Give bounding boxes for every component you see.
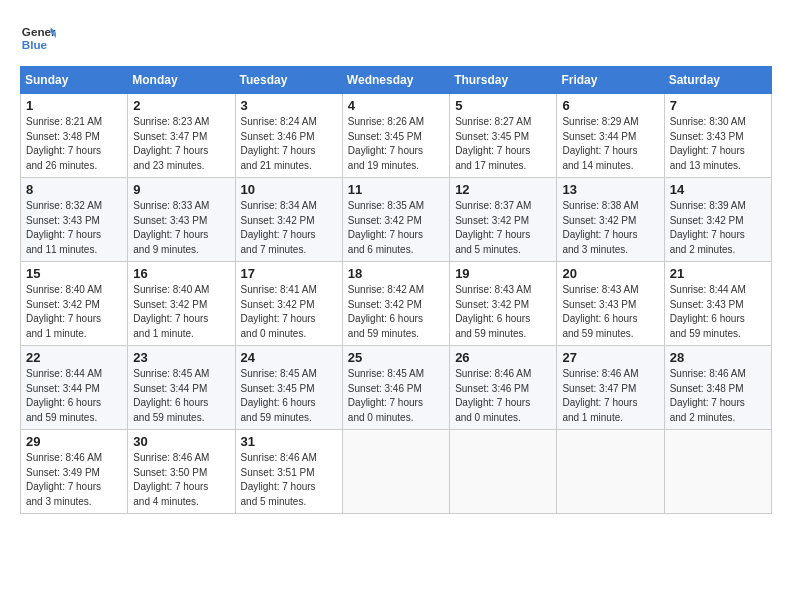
day-detail: Sunrise: 8:42 AM Sunset: 3:42 PM Dayligh… — [348, 283, 444, 341]
day-number: 7 — [670, 98, 766, 113]
weekday-header-sunday: Sunday — [21, 67, 128, 94]
day-detail: Sunrise: 8:24 AM Sunset: 3:46 PM Dayligh… — [241, 115, 337, 173]
calendar-day-cell: 5Sunrise: 8:27 AM Sunset: 3:45 PM Daylig… — [450, 94, 557, 178]
day-number: 20 — [562, 266, 658, 281]
calendar-day-cell: 1Sunrise: 8:21 AM Sunset: 3:48 PM Daylig… — [21, 94, 128, 178]
day-number: 22 — [26, 350, 122, 365]
calendar-day-cell: 10Sunrise: 8:34 AM Sunset: 3:42 PM Dayli… — [235, 178, 342, 262]
day-detail: Sunrise: 8:27 AM Sunset: 3:45 PM Dayligh… — [455, 115, 551, 173]
day-number: 10 — [241, 182, 337, 197]
day-number: 1 — [26, 98, 122, 113]
day-detail: Sunrise: 8:21 AM Sunset: 3:48 PM Dayligh… — [26, 115, 122, 173]
day-detail: Sunrise: 8:40 AM Sunset: 3:42 PM Dayligh… — [26, 283, 122, 341]
calendar-day-cell: 3Sunrise: 8:24 AM Sunset: 3:46 PM Daylig… — [235, 94, 342, 178]
day-detail: Sunrise: 8:23 AM Sunset: 3:47 PM Dayligh… — [133, 115, 229, 173]
day-number: 5 — [455, 98, 551, 113]
weekday-header-friday: Friday — [557, 67, 664, 94]
day-number: 8 — [26, 182, 122, 197]
empty-cell — [342, 430, 449, 514]
calendar-day-cell: 14Sunrise: 8:39 AM Sunset: 3:42 PM Dayli… — [664, 178, 771, 262]
weekday-header-monday: Monday — [128, 67, 235, 94]
day-number: 11 — [348, 182, 444, 197]
weekday-header-thursday: Thursday — [450, 67, 557, 94]
calendar-day-cell: 13Sunrise: 8:38 AM Sunset: 3:42 PM Dayli… — [557, 178, 664, 262]
day-number: 12 — [455, 182, 551, 197]
calendar-header-row: SundayMondayTuesdayWednesdayThursdayFrid… — [21, 67, 772, 94]
calendar-day-cell: 27Sunrise: 8:46 AM Sunset: 3:47 PM Dayli… — [557, 346, 664, 430]
day-number: 4 — [348, 98, 444, 113]
empty-cell — [557, 430, 664, 514]
day-detail: Sunrise: 8:45 AM Sunset: 3:45 PM Dayligh… — [241, 367, 337, 425]
day-detail: Sunrise: 8:40 AM Sunset: 3:42 PM Dayligh… — [133, 283, 229, 341]
day-number: 18 — [348, 266, 444, 281]
day-detail: Sunrise: 8:32 AM Sunset: 3:43 PM Dayligh… — [26, 199, 122, 257]
day-number: 6 — [562, 98, 658, 113]
calendar-day-cell: 31Sunrise: 8:46 AM Sunset: 3:51 PM Dayli… — [235, 430, 342, 514]
day-number: 26 — [455, 350, 551, 365]
calendar-day-cell: 24Sunrise: 8:45 AM Sunset: 3:45 PM Dayli… — [235, 346, 342, 430]
day-detail: Sunrise: 8:45 AM Sunset: 3:46 PM Dayligh… — [348, 367, 444, 425]
weekday-header-saturday: Saturday — [664, 67, 771, 94]
day-detail: Sunrise: 8:39 AM Sunset: 3:42 PM Dayligh… — [670, 199, 766, 257]
calendar-day-cell: 18Sunrise: 8:42 AM Sunset: 3:42 PM Dayli… — [342, 262, 449, 346]
calendar-day-cell: 6Sunrise: 8:29 AM Sunset: 3:44 PM Daylig… — [557, 94, 664, 178]
day-number: 16 — [133, 266, 229, 281]
calendar-week-row: 1Sunrise: 8:21 AM Sunset: 3:48 PM Daylig… — [21, 94, 772, 178]
calendar-day-cell: 11Sunrise: 8:35 AM Sunset: 3:42 PM Dayli… — [342, 178, 449, 262]
calendar-week-row: 15Sunrise: 8:40 AM Sunset: 3:42 PM Dayli… — [21, 262, 772, 346]
page-header: General Blue — [20, 20, 772, 56]
calendar-day-cell: 21Sunrise: 8:44 AM Sunset: 3:43 PM Dayli… — [664, 262, 771, 346]
calendar-day-cell: 17Sunrise: 8:41 AM Sunset: 3:42 PM Dayli… — [235, 262, 342, 346]
calendar-day-cell: 12Sunrise: 8:37 AM Sunset: 3:42 PM Dayli… — [450, 178, 557, 262]
weekday-header-tuesday: Tuesday — [235, 67, 342, 94]
calendar-day-cell: 20Sunrise: 8:43 AM Sunset: 3:43 PM Dayli… — [557, 262, 664, 346]
calendar-day-cell: 23Sunrise: 8:45 AM Sunset: 3:44 PM Dayli… — [128, 346, 235, 430]
weekday-header-wednesday: Wednesday — [342, 67, 449, 94]
day-number: 23 — [133, 350, 229, 365]
empty-cell — [664, 430, 771, 514]
day-number: 21 — [670, 266, 766, 281]
calendar-day-cell: 8Sunrise: 8:32 AM Sunset: 3:43 PM Daylig… — [21, 178, 128, 262]
day-detail: Sunrise: 8:46 AM Sunset: 3:46 PM Dayligh… — [455, 367, 551, 425]
calendar-day-cell: 25Sunrise: 8:45 AM Sunset: 3:46 PM Dayli… — [342, 346, 449, 430]
day-number: 24 — [241, 350, 337, 365]
calendar-week-row: 29Sunrise: 8:46 AM Sunset: 3:49 PM Dayli… — [21, 430, 772, 514]
day-detail: Sunrise: 8:35 AM Sunset: 3:42 PM Dayligh… — [348, 199, 444, 257]
day-detail: Sunrise: 8:26 AM Sunset: 3:45 PM Dayligh… — [348, 115, 444, 173]
day-number: 9 — [133, 182, 229, 197]
day-detail: Sunrise: 8:38 AM Sunset: 3:42 PM Dayligh… — [562, 199, 658, 257]
day-detail: Sunrise: 8:30 AM Sunset: 3:43 PM Dayligh… — [670, 115, 766, 173]
calendar-table: SundayMondayTuesdayWednesdayThursdayFrid… — [20, 66, 772, 514]
day-number: 31 — [241, 434, 337, 449]
day-number: 29 — [26, 434, 122, 449]
calendar-day-cell: 16Sunrise: 8:40 AM Sunset: 3:42 PM Dayli… — [128, 262, 235, 346]
day-detail: Sunrise: 8:29 AM Sunset: 3:44 PM Dayligh… — [562, 115, 658, 173]
day-detail: Sunrise: 8:34 AM Sunset: 3:42 PM Dayligh… — [241, 199, 337, 257]
day-detail: Sunrise: 8:46 AM Sunset: 3:48 PM Dayligh… — [670, 367, 766, 425]
calendar-day-cell: 22Sunrise: 8:44 AM Sunset: 3:44 PM Dayli… — [21, 346, 128, 430]
day-detail: Sunrise: 8:41 AM Sunset: 3:42 PM Dayligh… — [241, 283, 337, 341]
calendar-day-cell: 2Sunrise: 8:23 AM Sunset: 3:47 PM Daylig… — [128, 94, 235, 178]
logo-icon: General Blue — [20, 20, 56, 56]
calendar-day-cell: 15Sunrise: 8:40 AM Sunset: 3:42 PM Dayli… — [21, 262, 128, 346]
day-detail: Sunrise: 8:44 AM Sunset: 3:43 PM Dayligh… — [670, 283, 766, 341]
logo: General Blue — [20, 20, 56, 56]
day-detail: Sunrise: 8:37 AM Sunset: 3:42 PM Dayligh… — [455, 199, 551, 257]
day-detail: Sunrise: 8:45 AM Sunset: 3:44 PM Dayligh… — [133, 367, 229, 425]
day-number: 25 — [348, 350, 444, 365]
calendar-week-row: 22Sunrise: 8:44 AM Sunset: 3:44 PM Dayli… — [21, 346, 772, 430]
day-detail: Sunrise: 8:46 AM Sunset: 3:49 PM Dayligh… — [26, 451, 122, 509]
calendar-day-cell: 28Sunrise: 8:46 AM Sunset: 3:48 PM Dayli… — [664, 346, 771, 430]
day-number: 27 — [562, 350, 658, 365]
day-detail: Sunrise: 8:43 AM Sunset: 3:43 PM Dayligh… — [562, 283, 658, 341]
day-number: 28 — [670, 350, 766, 365]
empty-cell — [450, 430, 557, 514]
day-detail: Sunrise: 8:46 AM Sunset: 3:51 PM Dayligh… — [241, 451, 337, 509]
svg-text:Blue: Blue — [22, 38, 48, 51]
day-number: 2 — [133, 98, 229, 113]
day-detail: Sunrise: 8:46 AM Sunset: 3:47 PM Dayligh… — [562, 367, 658, 425]
day-number: 13 — [562, 182, 658, 197]
day-detail: Sunrise: 8:44 AM Sunset: 3:44 PM Dayligh… — [26, 367, 122, 425]
calendar-day-cell: 29Sunrise: 8:46 AM Sunset: 3:49 PM Dayli… — [21, 430, 128, 514]
day-number: 14 — [670, 182, 766, 197]
